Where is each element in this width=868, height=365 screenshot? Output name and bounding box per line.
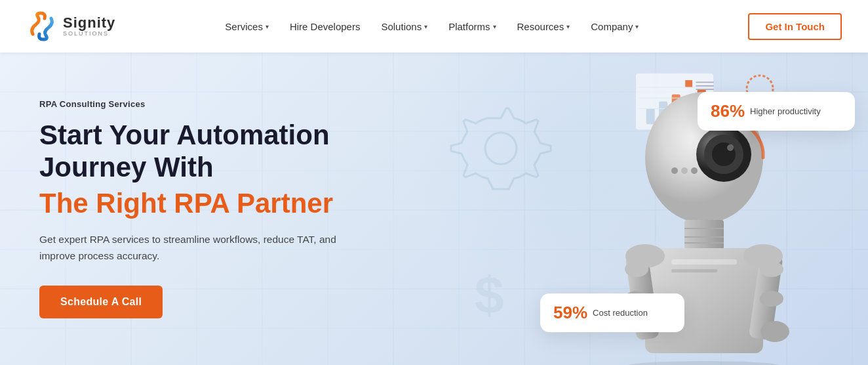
hero-left-content: RPA Consulting Services Start Your Autom… <box>0 60 380 358</box>
svg-point-39 <box>727 144 734 151</box>
svg-point-59 <box>625 361 783 365</box>
svg-point-57 <box>625 244 665 268</box>
hero-title-line2: The Right RPA Partner <box>39 187 380 220</box>
nav-item-company[interactable]: Company ▾ <box>591 21 639 32</box>
nav-link-hire[interactable]: Hire Developers <box>290 21 361 32</box>
nav-link-company[interactable]: Company ▾ <box>591 21 639 32</box>
brand-sub: SOLUTIONS <box>63 31 115 37</box>
hero-description: Get expert RPA services to streamline wo… <box>39 232 354 265</box>
nav-link-solutions[interactable]: Solutions ▾ <box>381 21 427 32</box>
productivity-percent: 86% <box>711 101 745 121</box>
svg-point-41 <box>681 167 688 174</box>
navbar: Signity SOLUTIONS Services ▾ Hire Develo… <box>0 0 868 53</box>
nav-links: Services ▾ Hire Developers Solutions ▾ P… <box>225 21 639 32</box>
chevron-down-icon: ▾ <box>566 23 570 30</box>
svg-point-53 <box>760 321 789 342</box>
nav-item-solutions[interactable]: Solutions ▾ <box>381 21 427 32</box>
hero-section: RPA Consulting Services Start Your Autom… <box>0 53 868 365</box>
hero-tagline: RPA Consulting Services <box>39 99 380 109</box>
nav-link-platforms[interactable]: Platforms ▾ <box>448 21 496 32</box>
nav-item-resources[interactable]: Resources ▾ <box>517 21 570 32</box>
nav-item-services[interactable]: Services ▾ <box>225 21 269 32</box>
svg-point-40 <box>671 167 678 174</box>
productivity-label: Higher productivity <box>750 106 821 116</box>
gear-decoration-icon <box>448 105 553 210</box>
nav-item-platforms[interactable]: Platforms ▾ <box>448 21 496 32</box>
hero-title-line1: Start Your Automation Journey With <box>39 119 380 183</box>
svg-point-52 <box>760 291 783 307</box>
svg-point-20 <box>485 133 517 164</box>
svg-point-58 <box>743 244 783 268</box>
svg-rect-43 <box>684 220 724 249</box>
chevron-down-icon: ▾ <box>635 23 639 30</box>
cost-reduction-label: Cost reduction <box>593 308 648 318</box>
dollar-decoration: $ <box>475 265 504 326</box>
nav-item-hire[interactable]: Hire Developers <box>290 21 361 32</box>
get-in-touch-button[interactable]: Get In Touch <box>748 13 842 40</box>
productivity-stat-card: 86% Higher productivity <box>698 92 855 131</box>
svg-rect-48 <box>671 259 737 265</box>
brand-name: Signity <box>63 15 115 31</box>
cost-reduction-percent: 59% <box>553 303 587 323</box>
chevron-down-icon: ▾ <box>424 23 427 30</box>
nav-link-services[interactable]: Services ▾ <box>225 21 269 32</box>
chevron-down-icon: ▾ <box>266 23 269 30</box>
schedule-call-button[interactable]: Schedule A Call <box>39 286 163 318</box>
nav-link-resources[interactable]: Resources ▾ <box>517 21 570 32</box>
svg-rect-49 <box>671 269 717 272</box>
svg-point-42 <box>691 167 698 174</box>
chevron-down-icon: ▾ <box>493 23 496 30</box>
logo-icon <box>26 11 58 42</box>
hero-right-visual: $ <box>409 53 868 365</box>
logo-text: Signity SOLUTIONS <box>63 15 115 37</box>
logo[interactable]: Signity SOLUTIONS <box>26 11 115 42</box>
cost-reduction-stat-card: 59% Cost reduction <box>540 293 684 332</box>
